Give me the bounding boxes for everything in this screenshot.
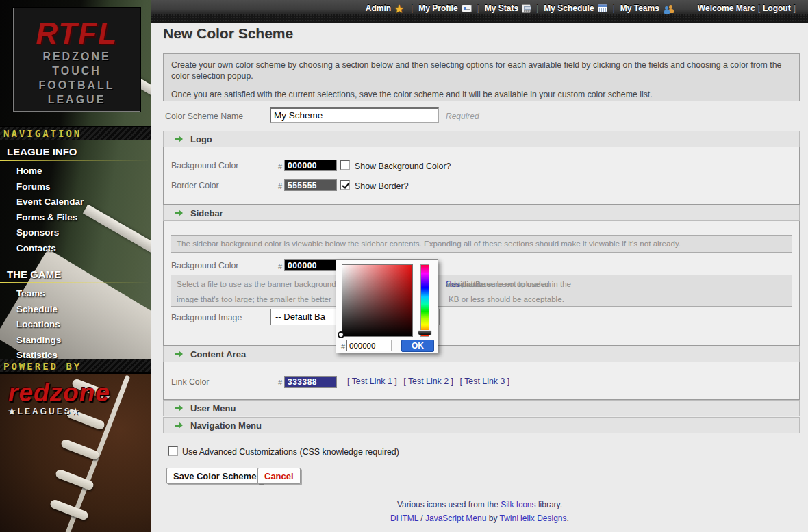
menu-my-teams-label: My Teams [620,3,659,13]
intro-box: Create your own color scheme by choosing… [163,53,800,101]
league-logo-line: FOOTBALL [14,78,140,92]
section-box-content-area: Link Color # 333388 [ Test Link 1 ] [ Te… [163,362,800,400]
sidebar-item-event-calendar[interactable]: Event Calendar [0,194,151,210]
menu-my-schedule[interactable]: My Schedule [544,3,607,13]
nav-group-the-game: THE GAME [0,264,151,282]
sidebar-item-sponsors[interactable]: Sponsors [0,225,151,241]
color-scheme-name-input[interactable] [270,107,439,123]
hash-prefix: # [278,182,282,190]
hash-prefix: # [341,342,345,351]
league-logo-abbr: RTFL [14,18,140,49]
section-box-logo: Background Color # 000000 Show Backgroun… [163,147,800,205]
test-links: [ Test Link 1 ] [ Test Link 2 ] [ Test L… [347,377,514,386]
menu-my-stats[interactable]: My Stats [485,3,531,13]
save-button[interactable]: Save Color Scheme [166,468,263,484]
silk-icons-link[interactable]: Silk Icons [501,500,535,509]
sidebar-bg-color-label: Background Color [171,261,238,270]
menu-my-profile[interactable]: My Profile [418,3,471,13]
sidebar-item-locations[interactable]: Locations [0,317,151,333]
hue-slider-bar[interactable] [420,264,429,337]
sidebar-item-teams[interactable]: Teams [0,286,151,302]
show-bg-color-checkbox[interactable] [340,160,350,170]
cancel-button[interactable]: Cancel [257,468,301,484]
sidebar-item-standings[interactable]: Standings [0,333,151,349]
sidebar-item-schedule[interactable]: Schedule [0,302,151,318]
football-photo: redzone ★LEAGUES★ [0,374,151,532]
section-title: User Menu [190,403,236,414]
hex-input[interactable] [346,340,392,351]
text-caret [318,262,318,269]
menu-separator: | [477,3,479,13]
footer-credits-icons: Various icons used from the Silk Icons l… [151,500,808,509]
section-box-sidebar: The sidebar background color is viewable… [163,221,800,346]
advanced-customizations-checkbox[interactable] [168,446,178,456]
redzone-leagues-logo[interactable]: redzone ★LEAGUES★ [8,379,110,416]
dhtml-link[interactable]: DHTML [390,514,418,523]
test-link-1[interactable]: [ Test Link 1 ] [347,377,397,386]
advanced-customizations-label: Use Advanced Customizations (CSS knowled… [182,447,399,457]
css-abbr: CSS [303,447,320,457]
ok-button[interactable]: OK [401,340,434,352]
sidebar-bg-color-swatch[interactable]: 000000 [284,259,337,271]
logo-border-color-swatch[interactable]: 555555 [284,179,337,191]
logo-bg-color-swatch[interactable]: 000000 [284,160,337,171]
required-hint: Required [446,112,479,121]
menu-my-teams[interactable]: My Teams [620,3,674,13]
green-arrow-icon [175,405,183,411]
green-arrow-icon [175,210,183,216]
star-icon: ★ [394,3,405,14]
calendar-icon [598,4,607,12]
welcome-text: Welcome Marc [698,3,755,13]
twinhelix-link[interactable]: TwinHelix Designs [500,514,567,523]
hash-prefix: # [278,379,282,387]
redzone-logo-title: redzone [8,379,110,407]
section-header-logo[interactable]: Logo [163,131,800,147]
football-lace [49,498,90,521]
section-header-sidebar[interactable]: Sidebar [163,205,800,221]
intro-paragraph: Once you are satisfied with the current … [171,89,792,100]
hash-prefix: # [278,262,282,270]
league-logo-line: REDZONE [14,49,140,64]
intro-paragraph: Create your own color scheme by choosing… [171,60,792,81]
menu-my-profile-label: My Profile [418,3,457,13]
section-header-user-menu[interactable]: User Menu [163,400,800,416]
color-marker[interactable] [338,331,344,338]
powered-by-band: POWERED BY [0,359,151,373]
test-link-3[interactable]: [ Test Link 3 ] [459,377,509,386]
test-link-2[interactable]: [ Test Link 2 ] [403,377,453,386]
javascript-menu-link[interactable]: JavaScript Menu [425,514,486,523]
section-header-content-area[interactable]: Content Area [163,346,800,362]
menu-admin-label: Admin [366,3,391,13]
banner-note-fragment: Select a file to use as the banner backg… [177,279,336,288]
sidebar-item-home[interactable]: Home [0,164,151,179]
sidebar-item-forms-files[interactable]: Forms & Files [0,210,151,226]
sidebar-item-contacts[interactable]: Contacts [0,241,151,257]
link-color-swatch[interactable]: 333388 [284,376,337,388]
nav-group-league-info: LEAGUE INFO [0,142,151,160]
sidebar-item-forums[interactable]: Forums [0,179,151,195]
menu-my-stats-label: My Stats [485,3,518,13]
hue-slider-handle[interactable] [418,331,431,335]
logout-link[interactable]: Logout [763,3,791,13]
section-header-navigation-menu[interactable]: Navigation Menu [163,417,800,433]
menu-separator: | [613,3,615,13]
footer-credits-menu: DHTML / JavaScript Menu by TwinHelix Des… [151,514,808,523]
menu-admin[interactable]: Admin ★ [366,3,405,14]
page-title: New Color Scheme [163,25,293,42]
sidebar-note: The sidebar background color is viewable… [171,235,792,253]
swatch-value: 000000 [288,261,317,270]
top-menu-bar: Admin ★ | My Profile | My Stats | My Sch… [151,0,808,23]
title-rule [163,47,800,47]
person-icon [664,10,670,14]
saturation-value-square[interactable] [342,264,413,337]
section-title: Logo [190,134,212,144]
show-border-checkbox[interactable] [340,180,350,190]
banner-note-fragment: KB or less should be acceptable. [449,294,564,303]
sidebar-nav: LEAGUE INFO Home Forums Event Calendar F… [0,142,151,364]
league-logo-line: TOUCH [14,64,140,78]
menu-separator: | [411,3,413,13]
show-bg-color-label: Show Background Color? [355,162,451,171]
hash-prefix: # [278,162,282,170]
league-logo[interactable]: RTFL REDZONE TOUCH FOOTBALL LEAGUE [13,8,140,112]
calculator-icon [522,4,531,13]
